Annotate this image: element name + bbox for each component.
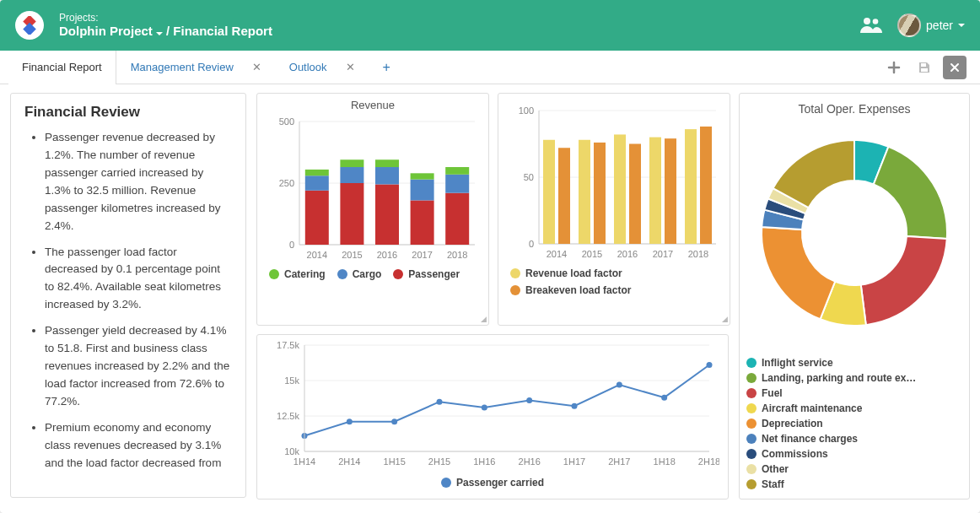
tab-management-review[interactable]: Management Review ✕ xyxy=(116,51,275,84)
close-icon[interactable]: ✕ xyxy=(252,61,261,73)
list-item: The passenger load factor decreased by 0… xyxy=(45,244,232,315)
legend-color-icon xyxy=(746,464,757,474)
svg-text:2H17: 2H17 xyxy=(608,456,630,467)
legend-item[interactable]: Cargo xyxy=(337,268,382,280)
load-factor-chart[interactable]: 05010020142015201620172018 xyxy=(505,99,723,264)
svg-point-70 xyxy=(526,397,532,403)
breadcrumb: Dolphin Project / Financial Report xyxy=(59,24,272,39)
svg-point-71 xyxy=(572,403,578,409)
legend-color-icon xyxy=(746,479,757,489)
svg-text:2014: 2014 xyxy=(307,250,327,260)
header-titles: Projects: Dolphin Project / Financial Re… xyxy=(59,12,272,39)
resize-handle-icon[interactable]: ◢ xyxy=(722,315,728,323)
svg-text:2014: 2014 xyxy=(547,249,567,259)
svg-text:0: 0 xyxy=(289,240,294,250)
legend-item[interactable]: Catering xyxy=(269,268,326,280)
app-logo[interactable] xyxy=(15,11,44,40)
add-button[interactable] xyxy=(882,56,906,79)
list-item: Passenger yield decreased by 4.1% to 51.… xyxy=(45,322,232,411)
svg-text:2016: 2016 xyxy=(377,250,397,260)
users-icon[interactable] xyxy=(860,16,882,35)
legend-item[interactable]: Net finance charges xyxy=(746,433,957,445)
legend-item[interactable]: Commissions xyxy=(746,448,957,460)
legend-item[interactable]: Revenue load factor xyxy=(510,267,622,279)
app-header: Projects: Dolphin Project / Financial Re… xyxy=(0,0,980,51)
legend-item[interactable]: Passenger carried xyxy=(441,477,544,489)
panel-heading: Financial Review xyxy=(24,104,232,121)
passenger-carried-chart-panel: 10k12.5k15k17.5k1H142H141H152H151H162H16… xyxy=(256,334,729,500)
legend-label: Depreciation xyxy=(762,418,823,429)
expenses-chart[interactable] xyxy=(740,119,968,347)
legend-color-icon xyxy=(510,285,520,295)
svg-text:17.5k: 17.5k xyxy=(277,340,299,350)
svg-text:15k: 15k xyxy=(284,375,299,386)
svg-rect-27 xyxy=(411,173,434,179)
svg-rect-50 xyxy=(649,138,661,244)
tab-outlook[interactable]: Outlook ✕ xyxy=(275,51,369,84)
header-right: peter xyxy=(860,14,965,37)
legend-label: Landing, parking and route ex… xyxy=(762,372,916,384)
legend-item[interactable]: Landing, parking and route ex… xyxy=(746,372,957,384)
list-item: Passenger revenue decreased by 1.2%. The… xyxy=(45,129,232,235)
legend-color-icon xyxy=(746,434,757,444)
breadcrumb-page: Financial Report xyxy=(173,24,272,38)
svg-rect-13 xyxy=(305,191,329,245)
legend-item[interactable]: Other xyxy=(746,463,957,475)
resize-handle-icon[interactable]: ◢ xyxy=(481,315,487,323)
tab-bar: Financial Report Management Review ✕ Out… xyxy=(0,51,980,84)
svg-rect-30 xyxy=(445,175,469,193)
legend-label: Passenger carried xyxy=(456,477,544,489)
close-panel-button[interactable] xyxy=(943,56,967,79)
svg-rect-48 xyxy=(629,144,641,245)
legend-item[interactable]: Aircraft maintenance xyxy=(746,402,957,414)
legend-label: Revenue load factor xyxy=(525,267,622,279)
legend-color-icon xyxy=(746,449,757,459)
svg-point-72 xyxy=(617,382,622,388)
save-button[interactable] xyxy=(913,56,936,79)
legend-color-icon xyxy=(441,478,451,488)
legend-color-icon xyxy=(746,418,757,429)
legend-item[interactable]: Inflight service xyxy=(746,357,957,369)
chart-title: Revenue xyxy=(257,94,488,111)
legend-item[interactable]: Staff xyxy=(746,478,957,490)
svg-rect-54 xyxy=(700,127,712,244)
svg-rect-1 xyxy=(23,23,36,35)
user-menu[interactable]: peter xyxy=(897,14,965,37)
svg-rect-53 xyxy=(685,129,697,244)
chart-title: Total Oper. Expenses xyxy=(740,94,969,119)
chart-legend: Passenger carried xyxy=(257,473,728,495)
svg-text:2H15: 2H15 xyxy=(428,456,450,467)
chart-legend: Inflight serviceLanding, parking and rou… xyxy=(740,354,969,497)
svg-rect-14 xyxy=(305,176,329,191)
legend-color-icon xyxy=(510,268,520,278)
avatar xyxy=(897,14,921,37)
chart-legend: CateringCargoPassenger xyxy=(257,265,488,287)
financial-review-panel: Financial Review Passenger revenue decre… xyxy=(10,93,246,498)
svg-text:2H18: 2H18 xyxy=(698,456,719,467)
tab-financial-report[interactable]: Financial Report xyxy=(8,51,116,84)
svg-text:250: 250 xyxy=(279,178,294,188)
close-icon[interactable]: ✕ xyxy=(346,61,355,73)
svg-text:1H16: 1H16 xyxy=(473,456,495,467)
legend-label: Passenger xyxy=(408,268,460,280)
legend-item[interactable]: Breakeven load factor xyxy=(510,284,631,296)
legend-label: Cargo xyxy=(353,268,382,280)
legend-label: Staff xyxy=(762,478,784,490)
legend-color-icon xyxy=(746,373,757,383)
legend-item[interactable]: Passenger xyxy=(393,268,460,280)
svg-rect-22 xyxy=(375,167,399,184)
revenue-chart[interactable]: 025050020142015201620172018 xyxy=(264,113,482,265)
svg-rect-19 xyxy=(340,159,363,167)
legend-label: Commissions xyxy=(762,448,828,460)
legend-item[interactable]: Depreciation xyxy=(746,418,957,429)
add-tab-button[interactable]: + xyxy=(369,51,404,84)
legend-item[interactable]: Fuel xyxy=(746,387,957,399)
passenger-carried-chart[interactable]: 10k12.5k15k17.5k1H142H141H152H151H162H16… xyxy=(264,337,719,473)
legend-color-icon xyxy=(746,358,757,368)
svg-text:1H14: 1H14 xyxy=(293,456,315,467)
project-dropdown[interactable]: Dolphin Project xyxy=(59,24,163,38)
legend-label: Net finance charges xyxy=(762,433,858,445)
svg-rect-44 xyxy=(579,140,590,244)
svg-point-69 xyxy=(482,404,487,410)
svg-point-3 xyxy=(873,19,879,24)
